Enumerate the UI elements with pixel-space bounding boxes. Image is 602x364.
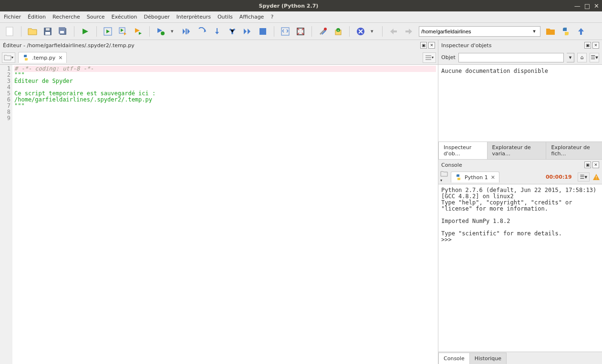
debug-icon[interactable] — [156, 26, 166, 37]
debug-continue-icon[interactable] — [242, 26, 253, 37]
preferences-icon[interactable] — [318, 26, 328, 37]
console-bottom-tabs: Console Historique — [438, 352, 602, 364]
menu-edition[interactable]: Édition — [28, 14, 46, 20]
inspector-detach-button[interactable]: ▣ — [584, 42, 591, 49]
maximize-pane-icon[interactable] — [280, 26, 291, 37]
console-detach-button[interactable]: ▣ — [584, 162, 591, 168]
tab-variables[interactable]: Explorateur de varia… — [487, 142, 547, 159]
run-cell-advance-icon[interactable] — [118, 26, 128, 37]
console-header: Console ▣ ✕ — [438, 160, 602, 170]
console-header-label: Console — [441, 162, 462, 168]
debug-step-out-icon[interactable] — [227, 26, 238, 37]
working-directory[interactable]: ▾ — [419, 26, 540, 37]
editor-detach-button[interactable]: ▣ — [420, 42, 427, 49]
file-browser-button[interactable]: ▾ — [2, 52, 15, 63]
objet-input[interactable] — [458, 53, 564, 62]
object-row: Objet ▾ ⌂ ☰▾ — [438, 51, 602, 65]
console-warning-icon[interactable]: ! — [592, 173, 600, 181]
svg-rect-14 — [259, 28, 266, 35]
menu-recherche[interactable]: Recherche — [52, 14, 80, 20]
debug-dropdown-icon[interactable]: ▾ — [171, 28, 176, 34]
console-close-button[interactable]: ✕ — [592, 162, 599, 168]
window-title: Spyder (Python 2.7) — [3, 3, 574, 9]
back-icon[interactable] — [388, 26, 399, 37]
editor-header-label: Éditeur - /home/garfieldairlines/.spyder… — [3, 42, 135, 49]
console-browser-button[interactable]: ▾ — [440, 171, 448, 183]
tools-dropdown-icon[interactable]: ▾ — [371, 28, 376, 34]
menu-outils[interactable]: Outils — [218, 14, 233, 20]
save-all-icon[interactable] — [58, 26, 68, 37]
close-button[interactable]: ✕ — [594, 2, 599, 10]
doc-area: Aucune documentation disponible — [438, 65, 602, 147]
tab-python-1[interactable]: Python 1 ✕ — [451, 172, 499, 182]
fullscreen-icon[interactable] — [295, 26, 306, 37]
svg-rect-2 — [45, 32, 50, 35]
pythonpath-icon[interactable]: + — [333, 26, 343, 37]
menu-deboguer[interactable]: Déboguer — [144, 14, 170, 20]
run-icon[interactable] — [80, 26, 91, 37]
tab-close-icon[interactable]: ✕ — [58, 55, 62, 61]
svg-text:!: ! — [595, 175, 597, 180]
browse-folder-icon[interactable] — [545, 26, 556, 37]
svg-rect-3 — [46, 28, 50, 30]
menubar: Fichier Édition Recherche Source Exécuti… — [0, 11, 602, 23]
debug-step-icon[interactable] — [181, 26, 192, 37]
parent-dir-icon[interactable] — [576, 26, 586, 37]
svg-rect-6 — [60, 31, 64, 33]
tab-historique[interactable]: Historique — [469, 353, 507, 364]
tab-inspecteur[interactable]: Inspecteur d'ob… — [438, 142, 488, 159]
path-dropdown-icon[interactable]: ▾ — [530, 28, 538, 34]
console-tab-label: Python 1 — [465, 174, 488, 181]
menu-affichage[interactable]: Affichage — [239, 14, 264, 20]
console-options-button[interactable]: ☰▾ — [578, 172, 590, 182]
editor-close-button[interactable]: ✕ — [428, 42, 435, 49]
editor-header: Éditeur - /home/garfieldairlines/.spyder… — [0, 40, 438, 51]
tab-label: .temp.py — [32, 55, 55, 61]
python-icon[interactable] — [560, 26, 571, 37]
svg-text:+: + — [337, 29, 339, 32]
objet-dropdown-icon[interactable]: ▾ — [567, 53, 574, 62]
open-file-icon[interactable] — [27, 26, 38, 37]
menu-interpreteurs[interactable]: Interprèteurs — [176, 14, 211, 20]
new-file-icon[interactable] — [5, 26, 15, 37]
console-tab-close-icon[interactable]: ✕ — [491, 174, 495, 181]
inspector-close-button[interactable]: ✕ — [592, 42, 599, 49]
objet-options-button[interactable]: ☰▾ — [590, 53, 599, 62]
inspector-header-label: Inspecteur d'objets — [441, 42, 491, 49]
forward-icon[interactable] — [404, 26, 414, 37]
tab-console[interactable]: Console — [438, 353, 470, 364]
titlebar: Spyder (Python 2.7) — □ ✕ — [0, 0, 602, 11]
code-editor[interactable]: 123456789 # -*- coding: utf-8 -*-"""Édit… — [0, 65, 438, 364]
menu-help[interactable]: ? — [270, 14, 273, 20]
toolbar: ▾ + ▾ ▾ — [0, 23, 602, 40]
path-input[interactable] — [421, 29, 530, 34]
console-tabbar: ▾ Python 1 ✕ 00:00:19 ☰▾ ! — [438, 170, 602, 184]
save-icon[interactable] — [42, 26, 53, 37]
run-selection-icon[interactable] — [133, 26, 144, 37]
inspector-tabs: Inspecteur d'ob… Explorateur de varia… E… — [438, 147, 602, 159]
menu-source[interactable]: Source — [87, 14, 105, 20]
editor-options-button[interactable]: ▾ — [423, 52, 436, 63]
svg-point-9 — [161, 31, 165, 35]
tools-icon[interactable] — [355, 26, 366, 37]
menu-execution[interactable]: Exécution — [112, 14, 137, 20]
svg-rect-0 — [6, 27, 13, 36]
debug-step-over-icon[interactable] — [212, 26, 222, 37]
svg-point-17 — [324, 28, 327, 30]
console-time: 00:00:19 — [546, 174, 572, 180]
objet-home-button[interactable]: ⌂ — [577, 53, 587, 62]
run-cell-icon[interactable] — [103, 26, 113, 37]
inspector-header: Inspecteur d'objets ▣ ✕ — [438, 40, 602, 51]
menu-fichier[interactable]: Fichier — [4, 14, 21, 20]
minimize-button[interactable]: — — [574, 2, 581, 10]
line-gutter: 123456789 — [0, 65, 12, 364]
maximize-button[interactable]: □ — [584, 2, 590, 10]
python-icon — [455, 174, 462, 181]
code-area[interactable]: # -*- coding: utf-8 -*-"""Éditeur de Spy… — [12, 65, 438, 364]
debug-stop-icon[interactable] — [258, 26, 268, 37]
tab-temp-py[interactable]: .temp.py ✕ — [18, 52, 67, 63]
console-output[interactable]: Python 2.7.6 (default, Jun 22 2015, 17:5… — [438, 184, 602, 352]
svg-rect-10 — [186, 29, 187, 34]
tab-fichiers[interactable]: Explorateur de fich… — [546, 142, 602, 159]
debug-step-into-icon[interactable] — [197, 26, 207, 37]
